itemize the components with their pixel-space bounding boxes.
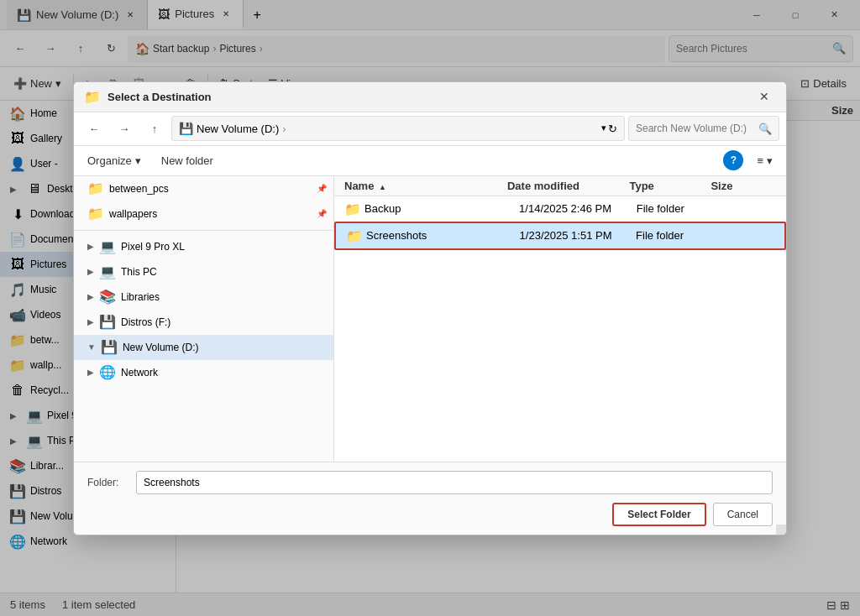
dialog-file-list: 📁 Backup 1/14/2025 2:46 PM File folder 📁… [334,196,786,462]
d-sidebar-pixel9[interactable]: ▶ 💻 Pixel 9 Pro XL [74,234,333,259]
d-sidebar-divider [74,230,333,231]
d-header-name: Name ▲ [344,180,507,192]
d-expand-thispc: ▶ [87,267,94,276]
dialog-organize-bar: Organize ▾ New folder ? ≡ ▾ [74,146,786,176]
d-sidebar-network[interactable]: ▶ 🌐 Network [74,360,333,385]
d-expand-libraries: ▶ [87,292,94,301]
d-libraries-icon: 📚 [99,289,116,305]
d-folder-icon-between: 📁 [87,180,104,196]
d-file-name-screenshots: Screenshots [366,229,515,242]
dialog-up-button[interactable]: ↑ [141,115,168,142]
d-label-between: between_pcs [109,183,169,195]
d-file-date-backup: 1/14/2025 2:46 PM [519,202,632,215]
file-explorer-window: 💾 New Volume (D:) ✕ 🖼 Pictures ✕ + ─ □ ✕… [0,0,860,616]
d-folder-icon-backup: 📁 [344,201,359,217]
d-expand-pixel9: ▶ [87,242,94,251]
dialog-file-content: Name ▲ Date modified Type Size 📁 Backup … [334,176,786,462]
d-file-type-screenshots: File folder [636,229,710,242]
d-sidebar-distros[interactable]: ▶ 💾 Distros (F:) [74,310,333,335]
d-expand-newvolume: ▼ [87,342,96,352]
d-pin-between: 📌 [317,184,327,193]
d-sidebar-wallpapers[interactable]: 📁 wallpapers 📌 [74,201,333,227]
d-pin-wallpapers: 📌 [317,209,327,218]
dialog-file-header: Name ▲ Date modified Type Size [334,176,786,196]
folder-input[interactable] [136,471,773,494]
d-header-date: Date modified [507,180,629,192]
d-expand-network: ▶ [87,368,94,377]
d-folder-icon-wallpapers: 📁 [87,206,104,222]
folder-row: Folder: [87,471,773,494]
dialog-close-button[interactable]: ✕ [752,85,776,108]
d-distros-icon: 💾 [99,314,116,330]
d-label-network: Network [121,367,158,378]
dialog-view-chevron: ▾ [767,154,773,167]
d-label-libraries: Libraries [121,291,160,303]
dialog-body: 📁 between_pcs 📌 📁 wallpapers 📌 ▶ 💻 Pixel… [74,176,786,462]
organize-button[interactable]: Organize ▾ [81,151,148,170]
d-label-thispc: This PC [121,266,157,278]
new-folder-label: New folder [161,154,213,167]
d-label-wallpapers: wallpapers [109,208,157,220]
help-button[interactable]: ? [723,150,743,170]
dialog-buttons: Select Folder Cancel [87,503,773,526]
dialog-sidebar: 📁 between_pcs 📌 📁 wallpapers 📌 ▶ 💻 Pixel… [74,176,334,462]
d-sidebar-thispc[interactable]: ▶ 💻 This PC [74,259,333,285]
dialog-view-icon: ≡ [757,154,763,167]
dialog-drive-icon: 💾 [179,122,193,135]
d-expand-distros: ▶ [87,317,94,326]
d-header-size: Size [711,180,776,192]
dialog-overlay: 📁 Select a Destination ✕ ← → ↑ 💾 New Vol… [0,0,860,616]
dialog-address-dropdown[interactable]: ▾ [601,123,606,135]
dialog-footer: Folder: Select Folder Cancel [74,462,786,535]
dialog-view-button[interactable]: ≡ ▾ [750,151,779,170]
dialog-title-icon: 📁 [84,89,101,105]
d-header-type: Type [629,180,711,192]
d-thispc-icon: 💻 [99,264,116,279]
d-file-date-screenshots: 1/23/2025 1:51 PM [520,229,631,242]
d-newvolume-icon: 💾 [101,339,118,355]
d-file-row-backup[interactable]: 📁 Backup 1/14/2025 2:46 PM File folder [334,196,786,222]
select-destination-dialog: 📁 Select a Destination ✕ ← → ↑ 💾 New Vol… [73,81,787,535]
dialog-title-text: Select a Destination [108,91,746,103]
resize-handle[interactable] [776,525,786,535]
new-folder-button[interactable]: New folder [155,151,220,170]
d-folder-icon-screenshots: 📁 [346,228,361,243]
d-file-name-backup: Backup [364,202,514,215]
dialog-refresh-button[interactable]: ↻ [608,123,617,135]
select-folder-button[interactable]: Select Folder [612,503,705,526]
cancel-button[interactable]: Cancel [713,503,773,526]
d-network-icon: 🌐 [99,364,116,380]
d-file-type-backup: File folder [637,202,711,215]
folder-label: Folder: [87,477,129,488]
d-sidebar-libraries[interactable]: ▶ 📚 Libraries [74,285,333,310]
organize-chevron-icon: ▾ [135,154,141,167]
d-label-newvolume: New Volume (D:) [123,342,199,353]
dialog-address-text: New Volume (D:) [197,123,279,135]
d-sidebar-between-pcs[interactable]: 📁 between_pcs 📌 [74,176,333,201]
dialog-search-bar[interactable]: 🔍 [628,116,779,141]
d-label-pixel9: Pixel 9 Pro XL [121,241,185,253]
dialog-search-input[interactable] [636,123,755,134]
dialog-toolbar: ← → ↑ 💾 New Volume (D:) › ▾ ↻ 🔍 [74,112,786,146]
dialog-breadcrumb-sep: › [282,123,286,135]
dialog-titlebar: 📁 Select a Destination ✕ [74,82,786,112]
d-file-row-screenshots[interactable]: 📁 Screenshots 1/23/2025 1:51 PM File fol… [334,222,786,250]
organize-label: Organize [87,154,132,167]
dialog-forward-button[interactable]: → [111,115,138,142]
d-sidebar-newvolume[interactable]: ▼ 💾 New Volume (D:) [74,335,333,360]
dialog-back-button[interactable]: ← [81,115,108,142]
d-label-distros: Distros (F:) [121,316,170,328]
dialog-search-icon: 🔍 [758,123,772,135]
dialog-address-bar[interactable]: 💾 New Volume (D:) › ▾ ↻ [171,116,625,141]
d-pixel9-icon: 💻 [99,238,116,254]
